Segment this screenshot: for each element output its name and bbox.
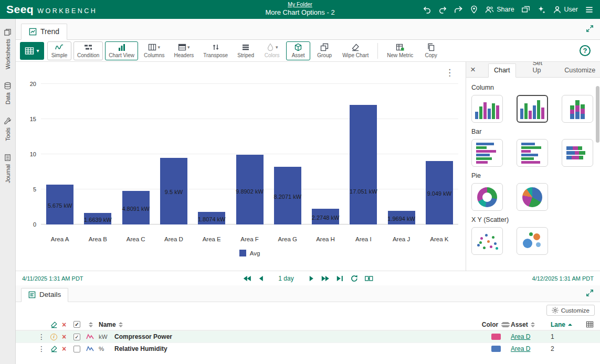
toolbar-button-group[interactable]: Group — [312, 41, 336, 60]
chain-view-icon[interactable] — [365, 275, 373, 282]
expand-details-icon[interactable] — [586, 289, 594, 297]
details-panel: Customize × ✓ Name Color Asset — [16, 302, 600, 364]
x-axis-label: Area E — [203, 236, 221, 242]
toolbar-button-simple[interactable]: Simple — [47, 41, 71, 60]
row-name[interactable]: Compressor Power — [114, 333, 481, 340]
color-column-header[interactable]: Color — [482, 321, 498, 328]
bar-value-label: 1.8074 kW — [198, 216, 226, 222]
range-end[interactable]: 4/12/2025 1:31 AM PDT — [532, 275, 594, 282]
app-frame: Worksheets Data Tools Journal Trend — [0, 19, 600, 364]
eraser-icon[interactable] — [50, 321, 62, 328]
table-view-primary-button[interactable]: ▾ — [20, 42, 44, 60]
toolbar-button-wipe-chart[interactable]: Wipe Chart — [339, 41, 372, 60]
lane-column-header[interactable]: Lane — [551, 321, 565, 328]
sidebar-item-worksheets[interactable]: Worksheets — [4, 28, 12, 69]
pie-chart-option[interactable] — [517, 183, 548, 211]
row-lane: 1 — [544, 333, 572, 340]
bar-grouped-option[interactable] — [471, 139, 503, 167]
row-color-swatch[interactable] — [481, 346, 511, 352]
bubble-chart-option[interactable] — [517, 227, 548, 255]
share-button[interactable]: Share — [485, 5, 514, 14]
asset-column-header[interactable]: Asset — [511, 321, 528, 328]
go-to-end-icon[interactable] — [336, 275, 344, 282]
windows-icon[interactable] — [521, 5, 530, 14]
remove-all-icon[interactable]: × — [62, 320, 73, 329]
redo-icon[interactable] — [438, 5, 447, 14]
sort-color-icon[interactable] — [501, 318, 510, 331]
column-thumbnails — [471, 95, 596, 123]
group-icon — [320, 43, 329, 51]
sort-asset-icon[interactable] — [531, 322, 535, 327]
refresh-icon[interactable] — [351, 275, 358, 282]
close-panel-icon[interactable]: × — [470, 65, 476, 74]
pan-back-icon[interactable] — [258, 275, 263, 282]
worksheet-title[interactable]: More Chart Options - 2 — [265, 8, 334, 17]
main-region: Trend ▾ SimpleConditionChart View▾Column… — [16, 19, 600, 364]
remove-icon[interactable]: × — [62, 345, 73, 353]
duration-label[interactable]: 1 day — [278, 275, 293, 282]
expand-trend-icon[interactable] — [586, 25, 594, 33]
table-grid-icon[interactable] — [586, 320, 594, 328]
pan-forward-icon[interactable] — [309, 275, 314, 282]
panel-scrollbar[interactable] — [596, 86, 599, 143]
step-back-icon[interactable] — [243, 275, 251, 282]
chart-legend[interactable]: Avg — [41, 250, 458, 256]
row-name[interactable]: Relative Humidity — [114, 345, 481, 352]
chart-menu-icon[interactable]: ⋮ — [445, 68, 454, 77]
bar-area-i[interactable] — [350, 105, 377, 224]
toolbar-button-copy[interactable]: Copy — [419, 41, 443, 60]
column-stacked-option[interactable] — [562, 95, 593, 123]
row-menu-icon[interactable]: ⋮ — [38, 333, 50, 341]
toolbar-button-transpose[interactable]: Transpose — [199, 41, 231, 60]
toolbar-button-striped[interactable]: Striped — [234, 41, 258, 60]
row-menu-icon[interactable]: ⋮ — [38, 345, 50, 353]
user-icon — [553, 5, 562, 14]
toolbar-button-columns[interactable]: ▾Columns — [140, 41, 168, 60]
row-checkbox[interactable] — [73, 346, 80, 352]
step-forward-icon[interactable] — [321, 275, 330, 282]
remove-icon[interactable]: × — [62, 333, 73, 341]
hamburger-menu-icon[interactable] — [585, 5, 594, 14]
sparkle-icon[interactable] — [537, 5, 546, 14]
row-asset-link[interactable]: Area D — [511, 345, 544, 352]
pie-donut-option[interactable] — [471, 183, 503, 211]
tab-customize[interactable]: Customize — [559, 64, 600, 77]
toolbar-button-chart-view[interactable]: Chart View — [105, 41, 138, 60]
sidebar-item-data[interactable]: Data — [4, 82, 12, 104]
sort-name-icon[interactable] — [119, 322, 123, 327]
sort-type-icon[interactable] — [89, 322, 93, 327]
bar-basic-option[interactable] — [517, 139, 548, 167]
row-color-swatch[interactable] — [481, 334, 511, 340]
undo-icon[interactable] — [423, 5, 431, 14]
sidebar-item-tools[interactable]: Tools — [4, 117, 12, 141]
customize-button[interactable]: Customize — [546, 305, 595, 316]
name-column-header[interactable]: Name — [99, 321, 116, 328]
toolbar-button-colors[interactable]: ▾Colors — [260, 41, 284, 60]
row-asset-link[interactable]: Area D — [511, 333, 544, 340]
toolbar-button-asset[interactable]: Asset — [286, 41, 310, 60]
user-button[interactable]: User — [553, 5, 578, 14]
location-pin-icon[interactable] — [470, 5, 478, 14]
toolbar-button-condition[interactable]: Condition — [73, 41, 103, 60]
tab-set-up[interactable]: Set Up — [528, 62, 548, 77]
eraser-icon[interactable] — [50, 345, 62, 352]
tab-chart[interactable]: Chart — [488, 63, 516, 78]
range-start[interactable]: 4/11/2025 1:31 AM PDT — [22, 275, 83, 282]
tab-details[interactable]: Details — [21, 288, 68, 302]
select-all-checkbox[interactable]: ✓ — [73, 321, 80, 328]
row-checkbox[interactable]: ✓ — [73, 334, 80, 340]
breadcrumb-my-folder[interactable]: My Folder — [288, 1, 312, 7]
scatter-chart-option[interactable] — [471, 227, 503, 255]
toolbar-button-new-metric[interactable]: New Metric — [383, 41, 417, 60]
tab-trend[interactable]: Trend — [21, 24, 67, 40]
sidebar-item-journal[interactable]: Journal — [4, 154, 12, 183]
forward-icon[interactable] — [454, 5, 463, 14]
warning-icon[interactable]: i — [50, 334, 62, 340]
column-grouped-option[interactable] — [471, 95, 503, 123]
column-basic-option-selected[interactable] — [517, 95, 548, 123]
toolbar-button-headers[interactable]: ▾Headers — [170, 41, 197, 60]
help-icon[interactable]: ? — [580, 45, 591, 56]
bar-value-label: 9.049 kW — [427, 190, 451, 197]
seeq-logo[interactable]: Seeq WORKBENCH — [6, 3, 97, 16]
bar-stacked-option[interactable] — [562, 139, 593, 167]
